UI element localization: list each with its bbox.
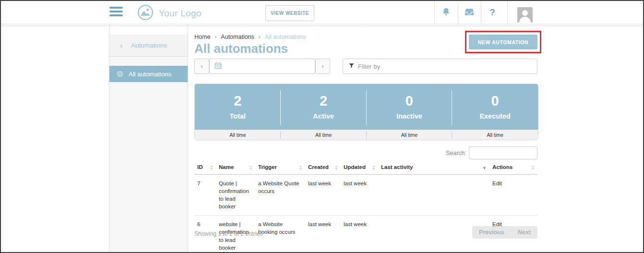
annotation-highlight-box: NEW AUTOMATION: [465, 31, 541, 53]
sidebar-group-label: Automations: [131, 42, 167, 49]
sort-desc-icon[interactable]: ▼: [482, 166, 487, 170]
stat-label: Active: [313, 112, 334, 120]
stat-period: All time: [281, 130, 367, 140]
back-chevron-icon: ‹: [120, 41, 122, 49]
sort-icon[interactable]: ▲▼: [335, 165, 338, 170]
stat-label: Executed: [479, 112, 510, 120]
filter-field[interactable]: [343, 59, 537, 74]
stat-value: 0: [405, 94, 413, 109]
breadcrumb-current: All automations: [265, 34, 306, 40]
sort-icon[interactable]: ▲▼: [372, 165, 375, 170]
stat-value: 2: [234, 94, 241, 109]
stat-label: Inactive: [396, 112, 422, 120]
showing-entries-text: Showing 1 to 2 of 2 entries: [194, 230, 262, 237]
date-next-button[interactable]: ›: [315, 59, 330, 74]
stat-total: 2 Total: [195, 84, 281, 130]
col-header-id[interactable]: ID ▲▼: [194, 162, 216, 175]
stat-value: 0: [491, 94, 499, 109]
cell-id: 7: [194, 175, 216, 216]
breadcrumb-sep-icon: ›: [259, 34, 261, 40]
table-header-row: ID ▲▼ Name ▲▼ Trigger ▲▼ Created ▲▼: [194, 162, 537, 175]
sidebar-group-header[interactable]: ‹ Automations: [109, 35, 188, 57]
view-website-button[interactable]: VIEW WEBSITE: [265, 5, 314, 21]
sort-icon[interactable]: ▲▼: [250, 165, 252, 170]
stat-period: All time: [367, 130, 453, 140]
sort-icon[interactable]: ▲▼: [210, 165, 213, 170]
sidebar-item-all-automations[interactable]: All automations: [109, 66, 188, 82]
stat-inactive: 0 Inactive: [367, 84, 453, 130]
stats-periods: All time All time All time All time: [195, 130, 538, 140]
menu-icon[interactable]: [109, 7, 123, 18]
stat-executed: 0 Executed: [452, 84, 538, 130]
search-label: Search:: [446, 150, 466, 157]
controls-row: ‹ ›: [194, 59, 537, 74]
cell-name: Quote | confirmation to lead booker: [216, 175, 255, 216]
stats-widget: 2 Total 2 Active 0 Inactive 0 Executed A…: [194, 84, 538, 140]
calendar-icon: [214, 61, 222, 72]
cell-trigger: a Website Quote occurs: [255, 175, 305, 216]
breadcrumb-home[interactable]: Home: [194, 34, 210, 40]
next-button[interactable]: Next: [511, 226, 537, 239]
sort-icon[interactable]: ▲▼: [299, 165, 302, 170]
stat-period: All time: [452, 130, 538, 140]
logo: Your Logo: [137, 4, 202, 23]
date-range-field[interactable]: [209, 59, 315, 74]
previous-button[interactable]: Previous: [472, 226, 511, 239]
cell-last-activity: [378, 175, 489, 216]
help-icon: ?: [489, 7, 495, 18]
date-range-input[interactable]: [226, 63, 308, 70]
inbox-icon: [464, 7, 475, 18]
breadcrumb-sep-icon: ›: [215, 34, 216, 40]
col-header-trigger[interactable]: Trigger ▲▼: [255, 162, 305, 175]
main-content: Home › Automations › All automations All…: [194, 24, 537, 253]
logo-image-icon: [137, 4, 154, 23]
page-title: All automations: [194, 41, 288, 56]
automation-gear-icon: [116, 70, 124, 78]
stat-period: All time: [195, 130, 281, 140]
pagination: Previous Next: [472, 226, 537, 239]
help-button[interactable]: ?: [481, 1, 504, 24]
filter-input[interactable]: [358, 63, 537, 70]
filter-funnel-icon: [348, 62, 355, 71]
automations-table: ID ▲▼ Name ▲▼ Trigger ▲▼ Created ▲▼: [194, 162, 537, 253]
header-divider: [507, 1, 508, 24]
cell-updated: last week: [341, 175, 378, 216]
search-row: Search:: [446, 146, 537, 159]
cell-created: last week: [305, 216, 341, 253]
avatar[interactable]: [517, 7, 533, 23]
stat-value: 2: [320, 94, 327, 109]
new-automation-button[interactable]: NEW AUTOMATION: [469, 35, 537, 49]
cell-updated: last week: [341, 216, 378, 253]
stat-active: 2 Active: [281, 84, 367, 130]
edit-link[interactable]: Edit: [492, 181, 502, 186]
sort-icon[interactable]: ▲▼: [532, 165, 535, 170]
stats-values: 2 Total 2 Active 0 Inactive 0 Executed: [195, 84, 538, 130]
sidebar-body: All automations: [109, 57, 188, 252]
table-row: 7 Quote | confirmation to lead booker a …: [194, 175, 537, 216]
col-header-name[interactable]: Name ▲▼: [216, 162, 255, 175]
breadcrumb: Home › Automations › All automations: [194, 34, 306, 40]
app-window: Your Logo VIEW WEBSITE ?: [0, 0, 644, 253]
notifications-button[interactable]: [434, 1, 457, 24]
stat-label: Total: [230, 112, 246, 120]
search-input[interactable]: [469, 146, 537, 159]
col-header-updated[interactable]: Updated ▲▼: [341, 162, 378, 175]
breadcrumb-automations[interactable]: Automations: [221, 34, 254, 40]
header-shadow: [1, 24, 643, 28]
inbox-button[interactable]: [458, 1, 481, 24]
top-header: Your Logo VIEW WEBSITE ?: [1, 1, 643, 24]
sidebar: ‹ Automations All automations: [109, 24, 188, 252]
logo-text: Your Logo: [159, 8, 202, 19]
col-header-actions[interactable]: Actions ▲▼: [489, 162, 537, 175]
date-prev-button[interactable]: ‹: [194, 59, 209, 74]
cell-created: last week: [305, 175, 341, 216]
bell-icon: [441, 7, 451, 19]
col-header-created[interactable]: Created ▲▼: [305, 162, 341, 175]
cell-trigger: a Website booking occurs: [255, 216, 305, 253]
sidebar-item-label: All automations: [129, 71, 171, 78]
col-header-last-activity[interactable]: Last activity ▼: [378, 162, 489, 175]
